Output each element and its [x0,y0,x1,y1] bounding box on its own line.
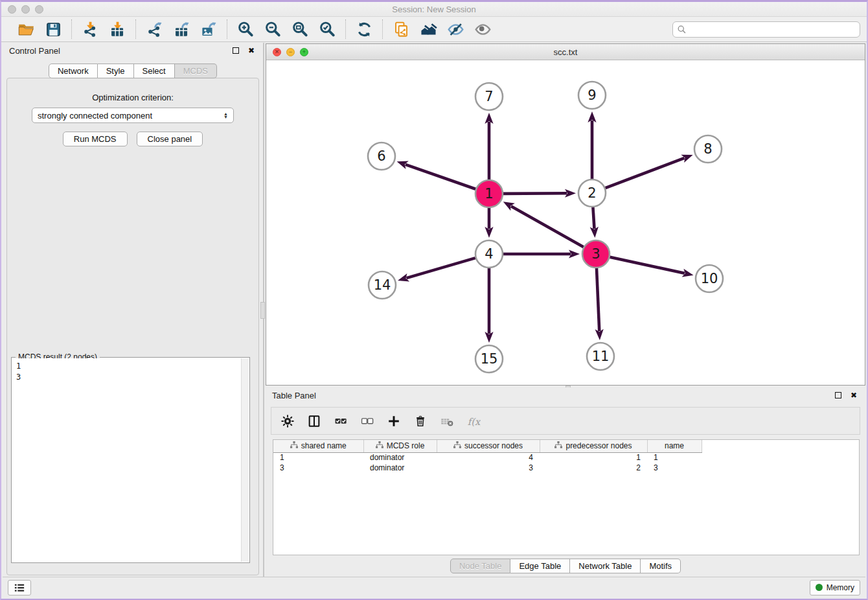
settings-icon[interactable] [279,413,296,430]
export-image-icon[interactable] [200,20,218,38]
graph-node-1[interactable]: 1 [475,180,503,207]
graph-node-15[interactable]: 15 [475,345,503,373]
network-close-icon[interactable]: ✕ [273,48,281,56]
task-history-button[interactable] [8,580,31,595]
graph-edge-1-2[interactable] [503,193,567,194]
table-cell: 4 [437,452,540,463]
graph-edge-3-11[interactable] [597,268,599,331]
zoom-selected-icon[interactable] [318,20,336,38]
close-table-panel-icon[interactable]: ✖ [849,390,859,400]
window-title: Session: New Session [392,5,475,14]
tab-network-table[interactable]: Network Table [570,559,641,573]
graph-node-10[interactable]: 10 [696,265,723,292]
network-view-titlebar: ✕ − + scc.txt [266,44,865,60]
graph-node-3[interactable]: 3 [582,240,610,268]
graph-node-2[interactable]: 2 [578,179,606,207]
criterion-dropdown[interactable]: strongly connected component ▲▼ [32,108,234,123]
zoom-fit-icon[interactable] [291,20,309,38]
window-controls [8,5,43,14]
graph-edge-4-14[interactable] [406,258,475,278]
eye-icon[interactable] [474,20,492,38]
table-row[interactable]: 1dominator411 [273,452,702,463]
close-panel-icon[interactable]: ✖ [246,45,257,56]
tab-network[interactable]: Network [49,63,98,78]
tab-mcds[interactable]: MCDS [175,63,217,78]
clone-network-icon[interactable] [392,20,410,38]
graph-node-14[interactable]: 14 [369,271,396,299]
column-header-name[interactable]: name [647,440,702,452]
delete-row-icon[interactable] [412,413,429,430]
select-all-icon[interactable] [332,413,349,430]
svg-text:3: 3 [591,246,600,262]
toggle-visibility-icon[interactable] [446,20,464,38]
tab-motifs[interactable]: Motifs [641,559,681,573]
import-table-icon[interactable] [108,20,126,38]
network-view-window: ✕ − + scc.txt 7968124314101511 [266,43,865,386]
network-graph[interactable]: 7968124314101511 [266,60,865,385]
graph-node-9[interactable]: 9 [578,82,606,109]
window-titlebar: Session: New Session [1,2,867,17]
search-input[interactable] [672,21,860,38]
graph-node-7[interactable]: 7 [475,83,503,110]
tab-style[interactable]: Style [98,63,134,78]
graph-edge-2-3[interactable] [593,207,594,229]
export-network-icon[interactable] [145,20,163,38]
float-table-panel-icon[interactable] [833,390,843,400]
save-session-icon[interactable] [44,20,62,38]
zoom-in-icon[interactable] [236,20,255,38]
maximize-window-icon[interactable] [35,5,43,14]
table-cell: 3 [437,463,540,473]
import-network-icon[interactable] [81,20,99,38]
mcds-result-list[interactable]: 13 [12,358,241,562]
search-container [672,21,860,38]
network-maximize-icon[interactable]: + [300,48,308,56]
column-header-MCDS-role[interactable]: MCDS role [363,440,437,452]
table-cell: 2 [540,463,647,473]
delete-table-icon [439,413,455,430]
table-cell: 1 [647,452,702,463]
close-panel-button[interactable]: Close panel [137,132,203,146]
unselect-all-icon[interactable] [359,413,376,430]
columns-icon[interactable] [306,413,323,430]
graph-node-6[interactable]: 6 [368,143,395,170]
status-bar: Memory [3,577,865,597]
run-mcds-button[interactable]: Run MCDS [63,132,128,146]
tree-icon [453,441,461,450]
export-table-icon[interactable] [172,20,190,38]
add-row-icon[interactable] [385,413,402,430]
mcds-result-line: 1 [16,361,240,372]
graph-edge-3-1[interactable] [511,206,584,247]
graph-edge-2-8[interactable] [606,158,685,188]
network-canvas[interactable]: 7968124314101511 [266,60,865,385]
home-icon[interactable] [419,20,437,38]
open-session-icon[interactable] [17,20,35,38]
close-window-icon[interactable] [8,5,16,14]
zoom-out-icon[interactable] [264,20,282,38]
graph-node-4[interactable]: 4 [475,240,503,268]
column-header-successor-nodes[interactable]: successor nodes [437,440,540,452]
column-header-shared-name[interactable]: shared name [273,440,363,452]
tree-icon [290,441,298,450]
graph-edge-3-10[interactable] [610,257,684,273]
refresh-icon[interactable] [355,20,373,38]
graph-node-8[interactable]: 8 [694,135,722,163]
network-view-title: scc.txt [554,47,578,57]
minimize-window-icon[interactable] [21,5,30,14]
table-toolbar: f(x) [271,407,860,435]
column-header-predecessor-nodes[interactable]: predecessor nodes [540,440,647,452]
table-row[interactable]: 3dominator323 [273,463,702,473]
network-minimize-icon[interactable]: − [286,48,295,56]
graph-node-11[interactable]: 11 [587,343,614,370]
result-scrollbar[interactable] [241,358,249,562]
table-panel-title: Table Panel [272,391,316,400]
memory-button[interactable]: Memory [810,580,860,595]
tab-select[interactable]: Select [134,63,175,78]
table-cell: 3 [273,463,363,473]
splitter-handle[interactable] [260,302,265,319]
graph-edge-1-6[interactable] [405,165,475,189]
float-panel-icon[interactable] [231,45,241,56]
tab-edge-table[interactable]: Edge Table [510,559,570,573]
mcds-panel: Optimization criterion: strongly connect… [6,78,259,575]
tab-node-table[interactable]: Node Table [450,559,511,573]
tree-icon [376,441,383,450]
